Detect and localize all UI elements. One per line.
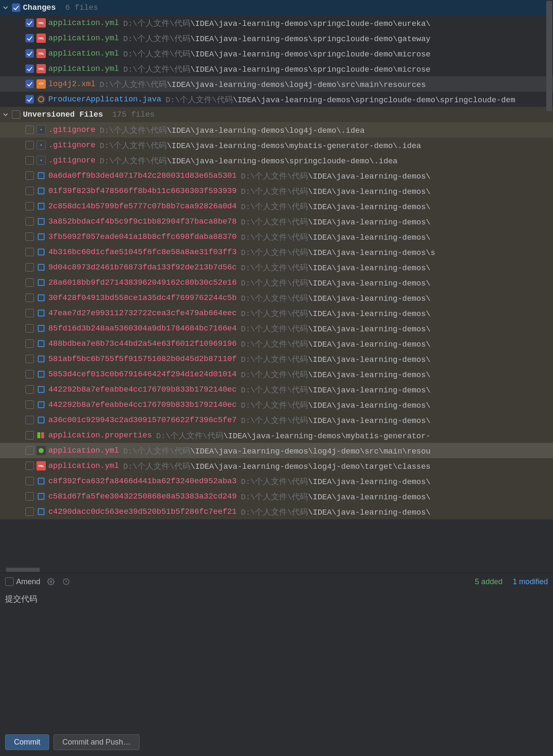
file-checkbox[interactable] — [25, 248, 34, 256]
hash-icon — [36, 247, 46, 257]
file-path: D:\个人文件\代码\IDEA\java-learning-demos\ — [241, 369, 430, 380]
file-checkbox[interactable] — [25, 385, 34, 394]
file-row[interactable]: YMLapplication.ymlD:\个人文件\代码\IDEA\java-l… — [0, 15, 553, 31]
changes-section-header[interactable]: Changes 6 files — [0, 0, 553, 15]
commit-message-input[interactable]: 提交代码 — [0, 590, 553, 730]
file-name: 47eae7d27e993112732722cea3cfe479ab664eec — [48, 309, 237, 318]
file-row[interactable]: a36c001c929943c2ad309157076622f7396c5fe7… — [0, 412, 553, 428]
file-row[interactable]: .gitignoreD:\个人文件\代码\IDEA\java-learning-… — [0, 122, 553, 137]
file-row[interactable]: YMLapplication.ymlD:\个人文件\代码\IDEA\java-l… — [0, 61, 553, 76]
commit-button[interactable]: Commit — [5, 734, 49, 750]
file-checkbox[interactable] — [25, 400, 34, 409]
file-path: D:\个人文件\代码\IDEA\java-learning-demos\ — [241, 415, 430, 426]
file-name: 85fd16d3b248aa5360304a9db1784684bc7166e4 — [48, 324, 237, 333]
file-row[interactable]: .gitignoreD:\个人文件\代码\IDEA\java-learning-… — [0, 153, 553, 168]
file-name: application.yml — [48, 64, 119, 73]
file-row[interactable]: 3a852bbdac4f4b5c9f9c1bb82904f37baca8be78… — [0, 214, 553, 229]
file-row[interactable]: .gitignoreD:\个人文件\代码\IDEA\java-learning-… — [0, 137, 553, 153]
file-row[interactable]: YMLapplication.ymlD:\个人文件\代码\IDEA\java-l… — [0, 458, 553, 473]
file-row[interactable]: YMLapplication.ymlD:\个人文件\代码\IDEA\java-l… — [0, 46, 553, 61]
file-row[interactable]: c4290dacc0dc563ee39d520b51b5f286fc7eef21… — [0, 504, 553, 519]
hash-icon — [36, 278, 46, 287]
file-row[interactable]: application.ymlD:\个人文件\代码\IDEA\java-lear… — [0, 443, 553, 458]
chevron-down-icon[interactable] — [2, 4, 9, 11]
history-icon[interactable] — [61, 577, 71, 586]
file-row[interactable]: 581abf5bc6b755f5f915751082b0d45d2b87110f… — [0, 351, 553, 367]
hash-icon — [36, 171, 46, 180]
file-row[interactable]: 01f39f823bf478566ff8b4b11c6636303f593939… — [0, 183, 553, 199]
file-checkbox[interactable] — [25, 477, 34, 485]
file-checkbox[interactable] — [25, 171, 34, 180]
file-row[interactable]: 0a6da0ff9b3ded40717b42c280031d83e65a5301… — [0, 168, 553, 183]
file-row[interactable]: c8f392fca632fa8466d441ba62f3240ed952aba3… — [0, 473, 553, 489]
file-checkbox[interactable] — [25, 507, 34, 516]
commit-and-push-button[interactable]: Commit and Push… — [53, 734, 140, 750]
file-row[interactable]: 9d04c8973d2461b76873fda133f92de213b7d56c… — [0, 260, 553, 275]
file-checkbox[interactable] — [25, 278, 34, 287]
file-row[interactable]: c581d67fa5fee30432250868e8a53383a32cd249… — [0, 489, 553, 504]
file-checkbox[interactable] — [25, 431, 34, 440]
amend-checkbox[interactable] — [5, 577, 14, 586]
file-name: 5853d4cef013c0b6791646424f294d1e24d01014 — [48, 370, 237, 379]
horizontal-scrollbar-thumb[interactable] — [6, 568, 40, 572]
file-row[interactable]: 4b316bc60d1cfae51045f6fc8e58a8ae31f03ff3… — [0, 244, 553, 260]
file-row[interactable]: 488bdbea7e8b73c44bd2a54e63f6012f10969196… — [0, 336, 553, 351]
file-name: .gitignore — [48, 156, 95, 165]
file-row[interactable]: ProducerApplication.javaD:\个人文件\代码\IDEA\… — [0, 92, 553, 107]
file-checkbox[interactable] — [25, 339, 34, 348]
file-checkbox[interactable] — [25, 492, 34, 501]
file-row[interactable]: 3fb5092f057eade041a18b8cffc698fdaba88370… — [0, 229, 553, 244]
file-row[interactable]: 30f428f04913bd558ce1a35dc4f7699762244c5b… — [0, 290, 553, 305]
file-path: D:\个人文件\代码\IDEA\java-learning-demos\spri… — [165, 94, 515, 105]
unversioned-checkbox[interactable] — [12, 110, 20, 119]
file-checkbox[interactable] — [25, 324, 34, 333]
file-path: D:\个人文件\代码\IDEA\java-learning-demos\myba… — [100, 140, 421, 151]
gear-icon[interactable] — [46, 577, 56, 586]
file-checkbox[interactable] — [25, 126, 34, 134]
file-checkbox[interactable] — [25, 309, 34, 317]
changes-title: Changes — [23, 3, 56, 12]
file-row[interactable]: application.propertiesD:\个人文件\代码\IDEA\ja… — [0, 428, 553, 443]
file-checkbox[interactable] — [25, 19, 34, 27]
file-checkbox[interactable] — [25, 141, 34, 149]
chevron-down-icon[interactable] — [2, 111, 9, 118]
horizontal-scrollbar-track[interactable] — [0, 567, 553, 573]
file-checkbox[interactable] — [25, 202, 34, 210]
file-checkbox[interactable] — [25, 355, 34, 363]
file-checkbox[interactable] — [25, 95, 34, 104]
file-checkbox[interactable] — [25, 34, 34, 42]
file-row[interactable]: <>log4j2.xmlD:\个人文件\代码\IDEA\java-learnin… — [0, 76, 553, 92]
file-row[interactable]: 47eae7d27e993112732722cea3cfe479ab664eec… — [0, 305, 553, 321]
amend-label: Amend — [16, 577, 40, 586]
file-checkbox[interactable] — [25, 64, 34, 73]
file-path: D:\个人文件\代码\IDEA\java-learning-demos\ — [241, 323, 430, 334]
file-row[interactable]: 442292b8a7efeabbe4cc176709b833b1792140ec… — [0, 397, 553, 412]
file-row[interactable]: 2c858dc14b5799bfe5777c07b8b7caa92826a0d4… — [0, 199, 553, 214]
file-checkbox[interactable] — [25, 217, 34, 226]
hash-icon — [36, 339, 46, 348]
vertical-scrollbar[interactable] — [546, 1, 552, 111]
file-checkbox[interactable] — [25, 49, 34, 58]
unversioned-section-header[interactable]: Unversioned Files 175 files — [0, 107, 553, 122]
file-checkbox[interactable] — [25, 416, 34, 424]
amend-bar: Amend 5 added 1 modified — [0, 573, 553, 590]
file-checkbox[interactable] — [25, 370, 34, 378]
xml-icon: <> — [36, 79, 46, 89]
file-row[interactable]: 442292b8a7efeabbe4cc176709b833b1792140ec… — [0, 382, 553, 397]
file-checkbox[interactable] — [25, 156, 34, 165]
changes-checkbox[interactable] — [12, 3, 20, 12]
changes-tree[interactable]: Changes 6 files YMLapplication.ymlD:\个人文… — [0, 0, 553, 573]
file-checkbox[interactable] — [25, 263, 34, 272]
file-checkbox[interactable] — [25, 294, 34, 302]
file-checkbox[interactable] — [25, 462, 34, 470]
file-row[interactable]: 5853d4cef013c0b6791646424f294d1e24d01014… — [0, 367, 553, 382]
file-checkbox[interactable] — [25, 446, 34, 455]
file-checkbox[interactable] — [25, 232, 34, 241]
file-checkbox[interactable] — [25, 187, 34, 195]
file-row[interactable]: YMLapplication.ymlD:\个人文件\代码\IDEA\java-l… — [0, 31, 553, 46]
modified-count: 1 modified — [513, 577, 548, 586]
file-path: D:\个人文件\代码\IDEA\java-learning-demos\ — [241, 186, 430, 196]
file-row[interactable]: 28a6018bb9fd2714383962049162c80b30c52e16… — [0, 275, 553, 290]
file-checkbox[interactable] — [25, 80, 34, 88]
file-row[interactable]: 85fd16d3b248aa5360304a9db1784684bc7166e4… — [0, 321, 553, 336]
